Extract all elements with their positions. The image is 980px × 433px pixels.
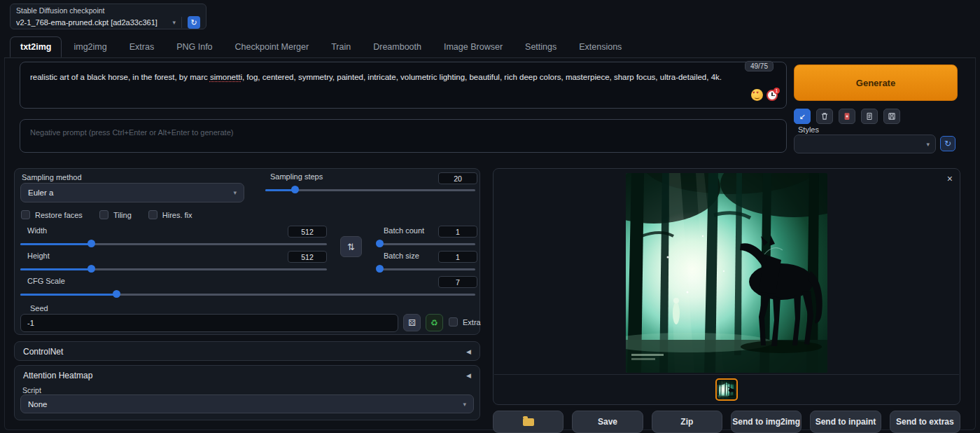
seed-label: Seed: [30, 304, 48, 312]
extra-seed-checkbox[interactable]: Extra: [449, 317, 481, 327]
tab-image-browser[interactable]: Image Browser: [433, 36, 513, 57]
slider-handle[interactable]: [88, 240, 95, 247]
slider-handle[interactable]: [113, 290, 120, 298]
clipboard-icon: [865, 112, 874, 121]
notification-badge: 1: [774, 88, 780, 94]
save-icon: [888, 112, 896, 121]
hires-fix-checkbox[interactable]: Hires. fix: [148, 210, 192, 219]
gallery-thumbnail-selected[interactable]: [715, 378, 738, 401]
script-dropdown[interactable]: None ▾: [20, 394, 474, 413]
tab-txt2img[interactable]: txt2img: [10, 36, 62, 57]
controlnet-section: ControlNet ◀: [14, 341, 480, 361]
zip-button[interactable]: Zip: [652, 411, 722, 433]
tab-train[interactable]: Train: [321, 36, 361, 57]
styles-label: Styles: [798, 125, 819, 134]
styles-dropdown[interactable]: ▾: [794, 135, 936, 153]
tab-extras[interactable]: Extras: [119, 36, 164, 57]
tab-checkpoint-merger[interactable]: Checkpoint Merger: [225, 36, 320, 57]
collapse-arrow-icon: ◀: [466, 372, 471, 379]
card-icon: [843, 112, 851, 121]
negative-prompt-input[interactable]: [20, 120, 786, 152]
checkpoint-label: Stable Diffusion checkpoint: [16, 6, 200, 15]
output-gallery-panel: ×: [493, 168, 960, 405]
send-to-img2img-button[interactable]: Send to img2img: [731, 411, 802, 433]
collapse-arrow-icon: ◀: [466, 348, 471, 355]
recycle-icon: ♻: [430, 318, 438, 328]
tab-img2img[interactable]: img2img: [63, 36, 117, 57]
chevron-down-icon: ▾: [233, 189, 237, 196]
prompt-tools: ↙: [794, 109, 900, 124]
refresh-styles-button[interactable]: ↻: [940, 136, 955, 151]
height-value[interactable]: 512: [288, 251, 327, 263]
swap-width-height-button[interactable]: ⇅: [340, 236, 362, 257]
sampling-steps-value[interactable]: 20: [438, 172, 477, 184]
tiling-checkbox[interactable]: Tiling: [99, 210, 132, 219]
batch-count-slider[interactable]: [379, 240, 475, 248]
arrow-down-left-icon: ↙: [799, 112, 805, 121]
generated-image[interactable]: [626, 173, 827, 373]
width-label: Width: [27, 226, 47, 235]
batch-count-value[interactable]: 1: [438, 226, 477, 238]
tab-extensions[interactable]: Extensions: [568, 36, 632, 57]
tab-settings[interactable]: Settings: [514, 36, 567, 57]
attention-heatmap-accordion-header[interactable]: Attention Heatmap ◀: [15, 366, 479, 383]
checkbox-box: [449, 317, 458, 327]
heart-eyes-emoji-icon[interactable]: [751, 89, 763, 101]
send-to-inpaint-button[interactable]: Send to inpaint: [810, 411, 881, 433]
checkpoint-dropdown[interactable]: v2-1_768-ema-pruned.ckpt [ad2a33c361]: [16, 18, 167, 27]
slider-handle[interactable]: [376, 240, 384, 247]
attention-heatmap-section: Attention Heatmap ◀ Script None ▾: [14, 365, 480, 420]
swap-icon: ⇅: [347, 242, 355, 252]
send-to-extras-button[interactable]: Send to extras: [890, 411, 960, 433]
seed-input[interactable]: -1: [20, 314, 398, 332]
restore-faces-checkbox[interactable]: Restore faces: [21, 210, 83, 219]
random-seed-button[interactable]: ⚄: [403, 314, 421, 331]
sampling-method-dropdown[interactable]: Euler a ▾: [20, 183, 244, 202]
clear-prompt-button[interactable]: [816, 109, 833, 124]
slider-handle[interactable]: [88, 265, 95, 273]
open-folder-button[interactable]: [493, 411, 564, 433]
sampling-method-label: Sampling method: [22, 173, 82, 181]
apply-styles-button[interactable]: [861, 109, 878, 124]
chevron-down-icon: ▾: [463, 401, 466, 408]
sampling-method-value: Euler a: [28, 188, 53, 197]
extra-networks-button[interactable]: [839, 109, 855, 124]
prompt-panel: realistic art of a black horse, in the f…: [20, 62, 787, 109]
prompt-input[interactable]: realistic art of a black horse, in the f…: [20, 62, 786, 92]
tab-dreambooth[interactable]: Dreambooth: [363, 36, 432, 57]
height-label: Height: [27, 252, 50, 260]
generate-button[interactable]: Generate: [794, 64, 958, 101]
width-slider[interactable]: [20, 240, 327, 248]
refresh-checkpoint-button[interactable]: ↻: [188, 16, 200, 29]
clock-emoji-icon[interactable]: 1: [766, 90, 778, 101]
cfg-scale-slider[interactable]: [20, 290, 475, 298]
thumbnail-strip: [494, 374, 959, 404]
save-style-button[interactable]: [883, 109, 900, 124]
dice-icon: ⚄: [408, 318, 415, 328]
divider: [181, 17, 182, 28]
negative-prompt-panel: [20, 119, 787, 153]
batch-size-label: Batch size: [384, 252, 419, 260]
read-params-button[interactable]: ↙: [794, 109, 811, 124]
save-button[interactable]: Save: [572, 411, 643, 433]
token-counter: 49/75: [745, 61, 774, 71]
slider-handle[interactable]: [291, 186, 299, 193]
batch-size-slider[interactable]: [379, 265, 475, 273]
cfg-scale-value[interactable]: 7: [438, 276, 477, 288]
batch-size-value[interactable]: 1: [438, 251, 477, 263]
script-value: None: [28, 400, 48, 408]
close-preview-button[interactable]: ×: [947, 173, 953, 184]
controlnet-accordion-header[interactable]: ControlNet ◀: [15, 342, 479, 362]
prompt-helper-icons: 1: [751, 89, 778, 101]
batch-count-label: Batch count: [384, 226, 424, 235]
tab-png-info[interactable]: PNG Info: [166, 36, 223, 57]
slider-handle[interactable]: [376, 265, 384, 273]
width-value[interactable]: 512: [288, 226, 327, 238]
sampling-steps-label: Sampling steps: [270, 172, 323, 181]
sampling-steps-slider[interactable]: [265, 186, 475, 194]
height-slider[interactable]: [20, 265, 327, 273]
checkbox-box: [148, 210, 158, 219]
gallery-actions: Save Zip Send to img2img Send to inpaint…: [493, 411, 960, 433]
controlnet-title: ControlNet: [23, 347, 63, 357]
reuse-seed-button[interactable]: ♻: [426, 314, 443, 331]
